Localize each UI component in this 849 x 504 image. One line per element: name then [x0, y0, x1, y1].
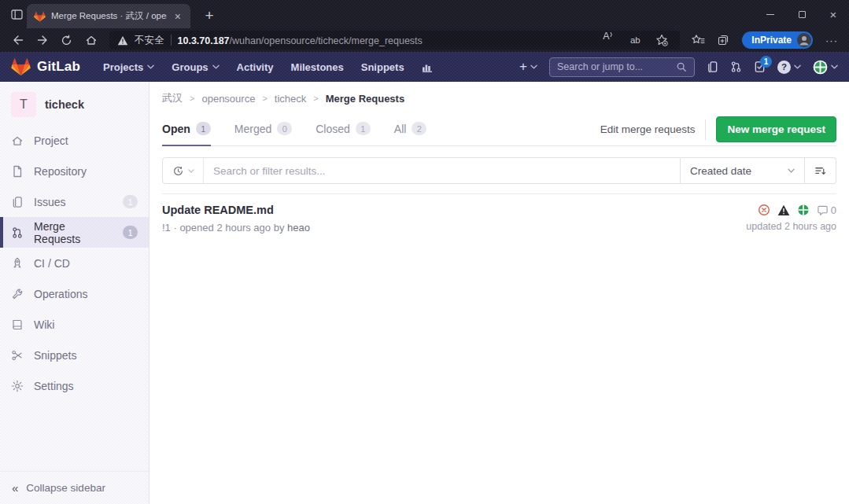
sidebar-item-issues[interactable]: Issues 1: [0, 186, 149, 217]
gitlab-brand[interactable]: GitLab: [11, 57, 80, 76]
sidebar-item-settings[interactable]: Settings: [0, 370, 149, 401]
gitlab-navbar: GitLab Projects Groups Activity Mileston…: [0, 52, 849, 82]
window-controls: ×: [755, 0, 849, 28]
project-name: ticheck: [45, 98, 84, 111]
merge-request-list: Update README.md !1 · opened 2 hours ago…: [162, 193, 836, 243]
mr-meta: !1 · opened 2 hours ago by heao: [162, 222, 746, 234]
refresh-icon[interactable]: [55, 30, 78, 50]
global-search[interactable]: [549, 57, 695, 77]
mr-comments-link[interactable]: 0: [817, 204, 836, 216]
tab-close-icon[interactable]: ×: [172, 10, 183, 23]
browser-tab[interactable]: Merge Requests · 武汉 / opensc ×: [27, 4, 190, 28]
issues-nav-icon[interactable]: [707, 61, 718, 73]
home-icon[interactable]: [79, 30, 102, 50]
breadcrumb-subgroup[interactable]: opensource: [201, 93, 255, 105]
sidebar-item-merge-requests[interactable]: Merge Requests 1: [0, 217, 149, 248]
browser-menu-icon[interactable]: ···: [821, 35, 843, 46]
help-icon: ?: [777, 61, 791, 74]
help-menu[interactable]: ?: [777, 61, 801, 74]
profile-avatar[interactable]: [797, 33, 811, 47]
collapse-sidebar-button[interactable]: « Collapse sidebar: [0, 471, 149, 504]
conflict-warning-icon: [777, 204, 790, 216]
filter-search-input[interactable]: [204, 165, 680, 177]
sidebar-item-snippets[interactable]: Snippets: [0, 340, 149, 370]
breadcrumb-project[interactable]: ticheck: [275, 93, 306, 105]
sidebar-item-wiki[interactable]: Wiki: [0, 309, 149, 340]
close-button[interactable]: ×: [818, 0, 849, 28]
new-menu-button[interactable]: +: [519, 59, 537, 75]
todo-count-badge: 1: [760, 56, 772, 68]
tab-all[interactable]: All 2: [394, 113, 427, 146]
collections-icon[interactable]: [711, 30, 734, 50]
security-label[interactable]: 不安全: [135, 34, 164, 47]
nav-projects[interactable]: Projects: [94, 52, 163, 82]
sidebar-nav: Project Repository Issues 1 Merge Reques…: [0, 125, 149, 401]
instance-stats-icon[interactable]: [413, 61, 442, 73]
tab-merged-count: 0: [277, 122, 292, 135]
edit-merge-requests-button[interactable]: Edit merge requests: [600, 123, 696, 135]
mr-updated-timestamp: updated 2 hours ago: [746, 221, 836, 232]
translate-icon[interactable]: ab: [625, 31, 645, 49]
nav-activity[interactable]: Activity: [228, 52, 282, 82]
nav-milestones[interactable]: Milestones: [282, 52, 353, 82]
sidebar-item-operations[interactable]: Operations: [0, 278, 149, 309]
breadcrumb-group[interactable]: 武汉: [162, 91, 183, 105]
favorites-bar-icon[interactable]: [687, 30, 710, 50]
inprivate-badge[interactable]: InPrivate: [742, 31, 813, 49]
comment-icon: [817, 204, 829, 216]
security-warning-icon[interactable]: [117, 35, 128, 46]
nav-groups[interactable]: Groups: [163, 52, 227, 82]
url-host: 10.3.70.187: [178, 35, 230, 46]
tab-closed[interactable]: Closed 1: [316, 113, 371, 146]
history-icon: [172, 165, 184, 177]
project-avatar: T: [11, 92, 36, 117]
assignee-avatar[interactable]: [797, 204, 810, 216]
gitlab-logo-icon: [11, 57, 31, 76]
url-path: /wuhan/opensource/ticheck/merge_requests: [230, 35, 423, 46]
new-tab-button[interactable]: +: [198, 5, 220, 27]
tab-open-count: 1: [196, 122, 211, 135]
sidebar-item-project[interactable]: Project: [0, 125, 149, 156]
add-favorite-icon[interactable]: [652, 31, 672, 49]
url-divider: [171, 35, 172, 46]
sort-direction-icon: [814, 165, 826, 177]
issues-count-badge: 1: [123, 195, 138, 208]
nav-snippets[interactable]: Snippets: [353, 52, 413, 82]
collapse-icon: «: [12, 481, 18, 495]
browser-toolbar: 不安全 10.3.70.187/wuhan/opensource/ticheck…: [0, 28, 849, 52]
mr-title-link[interactable]: Update README.md: [162, 204, 746, 216]
recent-searches-dropdown[interactable]: [163, 158, 204, 183]
project-sidebar: T ticheck Project Repository Issues 1 Me…: [0, 82, 149, 504]
address-bar[interactable]: 不安全 10.3.70.187/wuhan/opensource/ticheck…: [109, 31, 680, 50]
url-text: 10.3.70.187/wuhan/opensource/ticheck/mer…: [178, 33, 423, 47]
search-icon: [676, 61, 687, 72]
back-icon[interactable]: [6, 30, 29, 50]
sidebar-item-ci-cd[interactable]: CI / CD: [0, 248, 149, 278]
todos-nav-icon[interactable]: 1: [754, 61, 766, 73]
merge-requests-nav-icon[interactable]: [730, 61, 742, 73]
global-search-input[interactable]: [557, 61, 671, 72]
pipeline-failed-icon[interactable]: [758, 204, 770, 216]
sort-direction-button[interactable]: [805, 157, 836, 184]
forward-icon[interactable]: [31, 30, 54, 50]
tab-actions-icon[interactable]: [5, 2, 28, 26]
user-avatar: [813, 60, 828, 75]
gitlab-brand-name: GitLab: [37, 59, 80, 75]
minimize-button[interactable]: [755, 0, 786, 28]
inprivate-label: InPrivate: [751, 35, 792, 46]
tab-open[interactable]: Open 1: [162, 113, 211, 146]
project-context[interactable]: T ticheck: [0, 82, 149, 123]
main-content: 武汉 > opensource > ticheck > Merge Reques…: [149, 82, 849, 504]
sort-by-dropdown[interactable]: Created date: [681, 157, 805, 184]
breadcrumb-current: Merge Requests: [326, 93, 404, 105]
tab-merged[interactable]: Merged 0: [234, 113, 292, 146]
sidebar-item-repository[interactable]: Repository: [0, 156, 149, 186]
mr-count-badge: 1: [123, 226, 138, 239]
maximize-button[interactable]: [786, 0, 818, 28]
user-menu[interactable]: [813, 60, 838, 75]
new-merge-request-button[interactable]: New merge request: [716, 116, 836, 142]
read-aloud-icon[interactable]: A: [598, 31, 618, 49]
filter-bar: Created date: [162, 157, 836, 184]
mr-author-link[interactable]: heao: [287, 222, 310, 234]
mr-state-tabs: Open 1 Merged 0 Closed 1 All 2 Edit merg…: [162, 113, 836, 146]
